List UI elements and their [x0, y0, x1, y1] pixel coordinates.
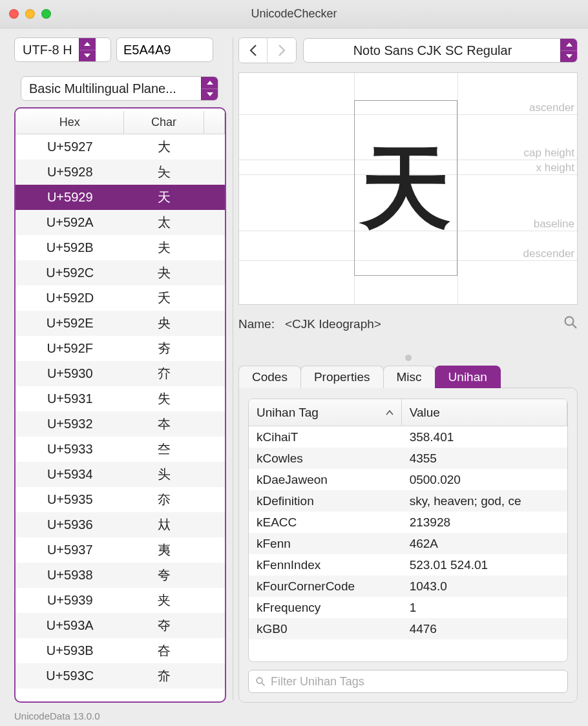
search-icon	[255, 676, 266, 687]
cell-hex: U+5935	[16, 492, 124, 507]
cell-char: 夵	[124, 491, 204, 508]
table-row[interactable]: kFennIndex523.01 524.01	[249, 554, 567, 576]
table-row[interactable]: kFenn462A	[249, 533, 567, 554]
cell-hex: U+592A	[16, 215, 124, 230]
table-row[interactable]: kFrequency1	[249, 597, 567, 618]
chevron-down-icon	[561, 51, 577, 63]
cell-hex: U+5933	[16, 442, 124, 457]
encoding-select[interactable]: UTF-8 H	[14, 37, 111, 62]
table-row[interactable]: U+5936夶	[16, 512, 225, 537]
guide-ascender: ascender	[529, 101, 574, 114]
cell-unihan-value: 1043.0	[402, 579, 567, 594]
cell-hex: U+592B	[16, 240, 124, 255]
status-bar: UnicodeData 13.0.0	[0, 709, 588, 726]
unihan-table[interactable]: Unihan Tag Value kCihaiT358.401kCowles43…	[248, 399, 568, 662]
cell-char: 夲	[124, 415, 204, 433]
chevron-up-icon	[561, 39, 577, 51]
table-row[interactable]: U+5935夵	[16, 487, 225, 512]
nav-prev-button[interactable]	[239, 38, 268, 63]
glyph-preview: ascender cap height x height baseline de…	[238, 72, 578, 305]
table-row[interactable]: U+592B夫	[16, 235, 225, 260]
table-row[interactable]: U+593B夻	[16, 638, 225, 663]
table-row[interactable]: U+5934头	[16, 462, 225, 487]
plane-select[interactable]: Basic Multilingual Plane...	[21, 76, 218, 101]
table-row[interactable]: U+5930夰	[16, 361, 225, 386]
plane-stepper[interactable]	[201, 77, 218, 100]
unihan-filter[interactable]	[248, 670, 568, 693]
cell-hex: U+592C	[16, 265, 124, 280]
tab-misc[interactable]: Misc	[383, 366, 436, 388]
cell-char: 夭	[124, 289, 204, 307]
cell-char: 夼	[124, 667, 204, 685]
nav-segment	[238, 37, 297, 63]
svg-line-3	[262, 683, 264, 685]
font-stepper[interactable]	[560, 39, 577, 62]
search-icon[interactable]	[563, 315, 578, 333]
chevron-up-icon	[202, 77, 218, 89]
column-header-char[interactable]: Char	[124, 111, 204, 134]
nav-next-button[interactable]	[268, 38, 296, 63]
tab-unihan[interactable]: Unihan	[435, 366, 501, 388]
column-header-unihan-tag[interactable]: Unihan Tag	[249, 399, 402, 426]
cell-char: 夸	[124, 566, 204, 584]
cell-char: 天	[124, 189, 204, 206]
table-row[interactable]: kGB04476	[249, 618, 567, 639]
table-row[interactable]: kCowles4355	[249, 448, 567, 469]
cell-hex: U+5932	[16, 417, 124, 431]
table-row[interactable]: kCihaiT358.401	[249, 426, 567, 448]
tab-properties[interactable]: Properties	[300, 366, 384, 388]
encoding-stepper[interactable]	[79, 38, 96, 61]
table-row[interactable]: U+5929天	[16, 185, 225, 210]
table-row[interactable]: U+5939夹	[16, 588, 225, 613]
name-label: Name:	[238, 317, 275, 331]
table-row[interactable]: kFourCornerCode1043.0	[249, 576, 567, 597]
table-row[interactable]: U+592D夭	[16, 285, 225, 311]
cell-char: 夬	[124, 264, 204, 282]
chevron-left-icon	[249, 45, 257, 56]
table-row[interactable]: U+5932夲	[16, 411, 225, 437]
cell-hex: U+5938	[16, 568, 124, 583]
table-row[interactable]: U+592E央	[16, 311, 225, 336]
chevron-up-icon	[386, 410, 394, 415]
cell-char: 太	[124, 214, 204, 231]
cell-hex: U+593B	[16, 643, 124, 658]
drag-handle[interactable]	[238, 355, 578, 361]
table-row[interactable]: kDefinitionsky, heaven; god, ce	[249, 490, 567, 512]
font-select[interactable]: Noto Sans CJK SC Regular	[303, 38, 578, 63]
table-row[interactable]: kEACC213928	[249, 512, 567, 533]
cell-unihan-tag: kFenn	[249, 537, 402, 551]
column-header-hex[interactable]: Hex	[16, 111, 124, 134]
unicodedata-version: UnicodeData 13.0.0	[14, 710, 100, 721]
cell-unihan-value: 523.01 524.01	[402, 558, 567, 572]
table-row[interactable]: U+592A太	[16, 210, 225, 235]
cell-hex: U+5930	[16, 366, 124, 381]
table-row[interactable]: kDaeJaweon0500.020	[249, 469, 567, 490]
glyph-char: 天	[361, 143, 451, 233]
cell-hex: U+5927	[16, 140, 124, 154]
guide-baseline: baseline	[534, 218, 574, 231]
table-row[interactable]: U+5933夳	[16, 437, 225, 462]
plane-select-label: Basic Multilingual Plane...	[21, 81, 201, 96]
column-header-unihan-value[interactable]: Value	[402, 399, 567, 426]
table-row[interactable]: U+5928夨	[16, 160, 225, 185]
codepoint-list[interactable]: Hex Char U+5927大U+5928夨U+5929天U+592A太U+5…	[14, 107, 226, 703]
codepoint-hex-input[interactable]	[116, 37, 213, 62]
table-row[interactable]: U+5938夸	[16, 563, 225, 588]
cell-char: 失	[124, 390, 204, 408]
guide-x-height: x height	[536, 161, 574, 174]
cell-hex: U+5928	[16, 165, 124, 180]
table-row[interactable]: U+5927大	[16, 134, 225, 160]
table-row[interactable]: U+592C夬	[16, 260, 225, 285]
cell-hex: U+5939	[16, 593, 124, 608]
table-row[interactable]: U+5937夷	[16, 537, 225, 563]
titlebar: UnicodeChecker	[0, 0, 588, 28]
tab-codes[interactable]: Codes	[238, 366, 301, 388]
table-row[interactable]: U+593C夼	[16, 663, 225, 689]
unihan-filter-input[interactable]	[271, 675, 561, 689]
cell-unihan-tag: kFourCornerCode	[249, 579, 402, 594]
chevron-right-icon	[278, 45, 286, 56]
table-row[interactable]: U+593A夺	[16, 613, 225, 638]
table-row[interactable]: U+592F夯	[16, 336, 225, 361]
table-row[interactable]: U+5931失	[16, 386, 225, 411]
window-title: UnicodeChecker	[9, 7, 579, 21]
